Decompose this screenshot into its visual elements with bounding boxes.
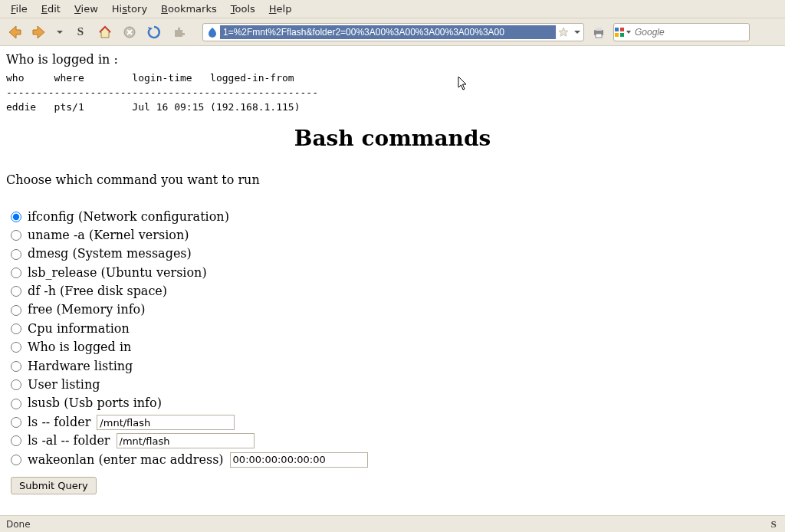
command-option: uname -a (Kernel version)	[11, 227, 779, 244]
choose-label: Choose which command you want to run	[6, 172, 779, 187]
recent-pages-dropdown[interactable]	[54, 22, 66, 42]
stop-icon	[123, 25, 136, 39]
command-label: ifconfig (Network configuration)	[28, 209, 229, 225]
site-favicon	[205, 25, 220, 40]
command-radio[interactable]	[11, 399, 21, 409]
search-bar[interactable]	[613, 23, 750, 41]
chevron-down-icon	[56, 28, 64, 36]
command-label: lsusb (Usb ports info)	[28, 395, 162, 412]
command-option: ifconfig (Network configuration)	[11, 209, 779, 225]
drupal-icon	[207, 27, 218, 38]
s-icon: S	[74, 25, 87, 39]
command-radio[interactable]	[11, 249, 21, 260]
menu-bar: File Edit View History Bookmarks Tools H…	[0, 0, 785, 18]
stop-button[interactable]	[120, 22, 140, 42]
svg-rect-3	[596, 28, 602, 31]
command-param-input[interactable]	[117, 433, 255, 448]
command-label: wakeonlan (enter mac address)	[28, 452, 224, 468]
reload-icon	[146, 25, 162, 40]
forward-arrow-icon	[31, 24, 48, 41]
plugin-button[interactable]	[169, 22, 189, 42]
command-param-input[interactable]	[230, 452, 368, 468]
menu-history[interactable]: History	[106, 2, 153, 16]
command-radio[interactable]	[11, 212, 21, 222]
command-option: User listing	[11, 376, 779, 393]
command-options-list: ifconfig (Network configuration)uname -a…	[6, 209, 779, 468]
printer-icon	[592, 25, 606, 39]
command-label: Cpu information	[28, 320, 130, 337]
command-option: lsb_release (Ubuntu version)	[11, 264, 779, 281]
s-status-icon: S	[768, 519, 779, 530]
command-label: User listing	[28, 376, 100, 393]
page-content: Who is logged in : who where login-time …	[0, 46, 785, 515]
svg-rect-6	[620, 28, 624, 31]
command-option: dmesg (System messages)	[11, 245, 779, 262]
command-radio[interactable]	[11, 268, 21, 278]
command-label: uname -a (Kernel version)	[28, 227, 189, 244]
command-option: df -h (Free disk space)	[11, 283, 779, 300]
home-button[interactable]	[95, 22, 115, 42]
command-label: df -h (Free disk space)	[28, 283, 167, 300]
submit-button[interactable]: Submit Query	[11, 477, 97, 494]
url-bar[interactable]	[202, 23, 584, 41]
url-input[interactable]	[220, 25, 556, 39]
command-radio[interactable]	[11, 417, 21, 428]
command-radio[interactable]	[11, 323, 21, 334]
menu-view[interactable]: View	[68, 2, 104, 16]
who-heading: Who is logged in :	[6, 52, 779, 67]
command-label: lsb_release (Ubuntu version)	[28, 264, 207, 281]
svg-rect-4	[596, 34, 602, 38]
bookmark-star-icon[interactable]	[556, 27, 571, 38]
svg-rect-8	[620, 33, 624, 37]
command-radio[interactable]	[11, 455, 21, 465]
command-radio[interactable]	[11, 342, 21, 353]
svg-text:S: S	[77, 25, 84, 38]
command-option: Who is logged in	[11, 339, 779, 356]
puzzle-icon	[172, 26, 185, 38]
status-text: Done	[6, 519, 31, 530]
command-label: Hardware listing	[28, 358, 133, 375]
svg-text:S: S	[770, 519, 776, 530]
command-option: lsusb (Usb ports info)	[11, 395, 779, 412]
command-param-input[interactable]	[97, 415, 235, 430]
command-option: free (Memory info)	[11, 301, 779, 318]
status-bar: Done S	[0, 515, 785, 532]
back-arrow-icon	[6, 24, 23, 41]
command-option: Hardware listing	[11, 358, 779, 375]
navigation-toolbar: S	[0, 18, 785, 46]
command-radio[interactable]	[11, 230, 21, 241]
menu-edit[interactable]: Edit	[35, 2, 67, 16]
svg-rect-5	[615, 28, 619, 31]
command-label: Who is logged in	[28, 339, 131, 356]
scrapbook-button[interactable]: S	[71, 22, 90, 42]
forward-button[interactable]	[29, 22, 49, 42]
command-option: ls -- folder	[11, 414, 779, 431]
menu-tools[interactable]: Tools	[225, 2, 261, 16]
url-dropdown-icon[interactable]	[571, 28, 583, 36]
reload-button[interactable]	[144, 22, 164, 42]
menu-file[interactable]: File	[5, 2, 34, 16]
menu-bookmarks[interactable]: Bookmarks	[155, 2, 223, 16]
command-radio[interactable]	[11, 286, 21, 297]
command-radio[interactable]	[11, 379, 21, 390]
who-output: who where login-time logged-in-from ----…	[6, 71, 779, 115]
command-option: wakeonlan (enter mac address)	[11, 452, 779, 468]
command-radio[interactable]	[11, 361, 21, 372]
command-option: ls -al -- folder	[11, 432, 779, 449]
google-icon	[614, 27, 625, 38]
search-input[interactable]	[632, 25, 750, 39]
chevron-down-icon	[626, 29, 632, 35]
command-radio[interactable]	[11, 305, 21, 316]
page-title: Bash commands	[6, 126, 779, 151]
svg-rect-7	[615, 33, 619, 37]
command-radio[interactable]	[11, 435, 21, 446]
command-label: free (Memory info)	[28, 301, 145, 318]
menu-help[interactable]: Help	[263, 2, 298, 16]
back-button[interactable]	[5, 22, 25, 42]
search-engine-selector[interactable]	[614, 27, 632, 38]
command-label: ls -al -- folder	[28, 432, 110, 449]
home-icon	[97, 25, 113, 40]
command-label: dmesg (System messages)	[28, 245, 192, 262]
print-button[interactable]	[589, 22, 609, 42]
command-option: Cpu information	[11, 320, 779, 337]
